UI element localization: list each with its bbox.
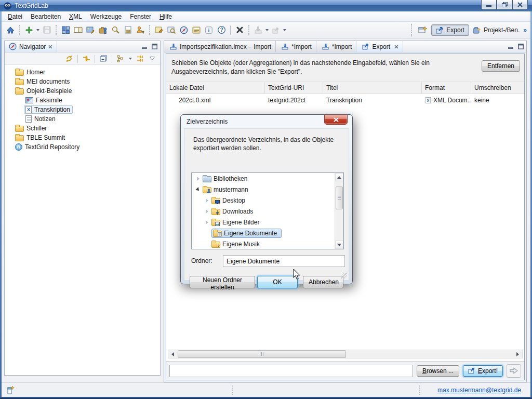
xml-editor-icon[interactable]: xml — [122, 24, 134, 36]
horizontal-scrollbar[interactable] — [168, 350, 523, 358]
delete-icon[interactable] — [233, 24, 246, 36]
tree-item-eigene-musik[interactable]: ♪ Eigene Musik — [192, 238, 343, 249]
close-button[interactable] — [512, 0, 528, 10]
editor-minimize-icon[interactable] — [508, 43, 514, 49]
remove-button[interactable]: Entfernen — [482, 60, 520, 72]
editor-maximize-icon[interactable] — [517, 43, 524, 49]
export-button[interactable]: Export! — [463, 365, 503, 377]
tree-item-textgrid-repository[interactable]: RTextGrid Repository — [5, 142, 160, 152]
save-icon[interactable] — [41, 24, 53, 36]
sync-arrows-icon[interactable] — [81, 54, 91, 64]
tree-item-downloads[interactable]: Downloads — [192, 206, 343, 217]
compass-icon[interactable] — [178, 24, 190, 36]
menu-fenster[interactable]: Fenster — [126, 12, 155, 21]
scrollbar-thumb[interactable] — [336, 187, 343, 209]
editor-tab-export[interactable]: Export — [356, 41, 403, 52]
tree-item-desktop[interactable]: Desktop — [192, 195, 343, 206]
expander-collapsed-icon[interactable] — [195, 177, 201, 181]
folder-name-input[interactable] — [223, 255, 345, 267]
cancel-button[interactable]: Abbrechen — [303, 276, 343, 288]
minimize-button[interactable] — [481, 0, 497, 10]
tab-close-icon[interactable] — [394, 45, 398, 49]
scroll-left-icon[interactable] — [168, 350, 177, 358]
import-dropdown-icon[interactable] — [265, 29, 269, 31]
sort-tree-icon[interactable] — [135, 54, 145, 64]
fast-view-icon[interactable] — [7, 385, 15, 394]
tree-vertical-scrollbar[interactable] — [335, 173, 343, 249]
column-header-umschreiben[interactable]: Umschreiben — [471, 82, 524, 93]
editor-tab-importspezifikation[interactable]: Importspezifikation.imex – Import — [164, 41, 276, 52]
table-row[interactable]: 202ct.0.xml textgrid:202ct Transkription… — [166, 94, 524, 105]
refresh-icon[interactable] — [64, 54, 74, 64]
tree-item-bibliotheken[interactable]: Bibliotheken — [192, 173, 343, 184]
scroll-right-icon[interactable] — [513, 350, 522, 358]
menu-hilfe[interactable]: Hilfe — [155, 12, 176, 21]
scroll-up-icon[interactable] — [335, 173, 343, 181]
browse-button[interactable]: Browsen ... — [417, 365, 459, 377]
add-object-icon[interactable] — [23, 24, 35, 36]
restore-button[interactable] — [497, 0, 512, 10]
perspective-export-button[interactable]: Export — [431, 24, 469, 36]
tree-item-eigene-dokumente[interactable]: Eigene Dokumente — [192, 228, 343, 238]
tree-item-mustermann[interactable]: mustermann — [192, 184, 343, 195]
navigator-maximize-icon[interactable] — [151, 43, 158, 49]
tree-item-eigene-bilder[interactable]: Eigene Bilder — [192, 217, 343, 228]
editor-tab-import-3[interactable]: *Import — [316, 41, 357, 52]
tree-item-mei-documents[interactable]: MEI documents — [5, 77, 160, 86]
dialog-close-button[interactable] — [324, 115, 348, 125]
editor-tab-import-2[interactable]: *Import — [276, 41, 316, 52]
perspective-overflow-chevron[interactable]: » — [523, 26, 527, 34]
tree-item-homer[interactable]: Homer — [5, 68, 160, 77]
navigator-tab[interactable]: Navigator — [5, 41, 57, 52]
collapse-all-icon[interactable] — [98, 54, 109, 64]
perspective-projekt-button[interactable]: Projekt-/Ben. — [472, 25, 521, 35]
find-in-window-icon[interactable] — [165, 24, 178, 36]
link-with-editor-icon[interactable] — [115, 54, 126, 64]
project-browser-icon[interactable] — [97, 24, 109, 36]
menu-datei[interactable]: Datei — [4, 12, 26, 21]
gallery-icon[interactable] — [59, 24, 72, 36]
new-folder-button[interactable]: Neuen Ordner erstellen — [190, 276, 255, 288]
note-editor-icon[interactable] — [153, 24, 165, 36]
ok-button[interactable]: OK — [257, 276, 298, 288]
export-dropdown-icon[interactable] — [283, 29, 286, 31]
user-account-link[interactable]: max.mustermann@textgrid.de — [437, 387, 521, 394]
search-icon[interactable] — [109, 24, 122, 36]
tree-item-transkription[interactable]: Transkription — [5, 105, 160, 114]
export-icon[interactable] — [270, 24, 282, 36]
user-key-icon[interactable] — [134, 24, 147, 36]
forward-arrow-button[interactable] — [507, 364, 521, 378]
dialog-resize-grip[interactable] — [341, 273, 347, 278]
menu-bearbeiten[interactable]: Bearbeiten — [26, 12, 65, 21]
expander-collapsed-icon[interactable] — [204, 209, 209, 214]
dictionary-icon[interactable] — [72, 24, 84, 36]
destination-path-input[interactable] — [169, 365, 413, 377]
column-header-format[interactable]: Format — [422, 82, 471, 93]
menu-xml[interactable]: XML — [65, 12, 86, 21]
tree-item-tble-summit[interactable]: TBLE Summit — [5, 133, 160, 142]
scroll-down-icon[interactable] — [335, 241, 343, 249]
view-menu-icon[interactable] — [148, 54, 157, 63]
tree-item-faksimile[interactable]: Faksimile — [5, 96, 160, 105]
column-header-titel[interactable]: Titel — [323, 82, 422, 93]
help-icon[interactable]: ? — [215, 24, 228, 36]
tree-item-schiller[interactable]: Schiller — [5, 124, 160, 133]
link-dropdown-icon[interactable] — [129, 58, 132, 60]
navigator-minimize-icon[interactable] — [141, 43, 148, 49]
menu-werkzeuge[interactable]: Werkzeuge — [86, 12, 126, 21]
import-icon[interactable] — [252, 24, 264, 36]
home-icon[interactable] — [4, 24, 17, 36]
open-perspective-icon[interactable] — [416, 24, 429, 36]
metadata-editor-icon[interactable] — [190, 24, 203, 36]
info-icon[interactable]: i — [203, 24, 215, 36]
scrollbar-thumb[interactable] — [178, 350, 346, 358]
expander-expanded-icon[interactable] — [195, 188, 201, 191]
column-header-lokale-datei[interactable]: Lokale Datei — [166, 82, 265, 93]
navigator-tab-close-icon[interactable] — [48, 45, 52, 49]
expander-collapsed-icon[interactable] — [204, 220, 209, 224]
image-editor-icon[interactable] — [84, 24, 97, 36]
expander-collapsed-icon[interactable] — [204, 198, 209, 203]
column-header-textgrid-uri[interactable]: TextGrid-URI — [265, 82, 323, 93]
add-object-dropdown-icon[interactable] — [36, 29, 39, 31]
tree-item-objekt-beispiele[interactable]: Objekt-Beispiele — [5, 86, 160, 96]
